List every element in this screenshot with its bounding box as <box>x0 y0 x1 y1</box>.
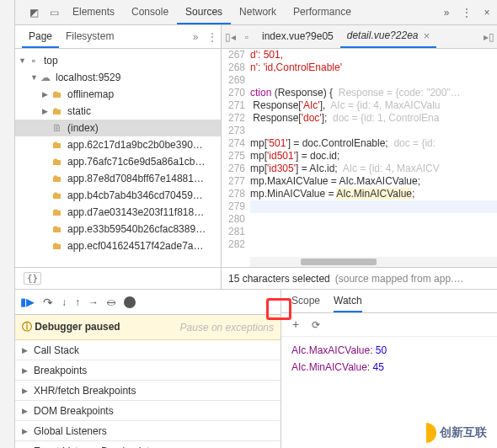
section-label: Global Listeners <box>34 425 107 437</box>
paused-label: Debugger paused <box>35 321 120 333</box>
tree-label: app.ecf041624517f42ade7a… <box>67 240 203 252</box>
section-label: Breakpoints <box>34 365 87 376</box>
section-xhr-breakpoints[interactable]: ▶XHR/fetch Breakpoints <box>15 381 281 401</box>
tree-label: localhost:9529 <box>56 72 120 83</box>
tree-label: offlinemap <box>67 88 114 100</box>
section-label: Call Stack <box>34 344 79 356</box>
tree-label: app.62c17d1a9bc2b0be390… <box>67 139 203 151</box>
navigator-tabs: Page Filesystem » ⋮ <box>15 25 221 49</box>
tree-label: app.b4cb7ab4b346cd70459… <box>67 189 203 201</box>
step-button[interactable]: → <box>88 296 99 308</box>
editor-tabs: ▯◂ ▫ index.vue?9e05 detail.vue?22ea× ▸▯ <box>222 25 497 49</box>
tree-folder-static[interactable]: ▶🖿static <box>15 103 221 120</box>
scope-watch-tabs: Scope Watch <box>281 290 497 313</box>
section-global-listeners[interactable]: ▶Global Listeners <box>15 421 281 441</box>
refresh-watch-button[interactable]: ⟳ <box>308 317 323 333</box>
tree-file[interactable]: 🖿app.76afc71c6e9d5a86a1cb… <box>15 153 221 170</box>
debugger-controls: ▮▶ ↷ ↓ ↑ → ⬭ <box>15 290 281 315</box>
close-tab-icon[interactable]: × <box>424 24 430 47</box>
section-call-stack[interactable]: ▶Call Stack <box>15 340 281 360</box>
watch-key: AIc.MaxAICValue <box>291 344 370 356</box>
section-label: XHR/fetch Breakpoints <box>34 385 136 397</box>
navigator-tab-filesystem[interactable]: Filesystem <box>59 25 120 48</box>
docked-gutter <box>0 0 15 448</box>
devtools-tab-strip: ◩ ▭ Elements Console Sources Network Per… <box>15 0 497 25</box>
tab-network[interactable]: Network <box>231 0 285 24</box>
step-out-button[interactable]: ↑ <box>75 296 80 308</box>
deactivate-breakpoints-button[interactable]: ⬭ <box>107 296 115 308</box>
tree-file[interactable]: 🖿app.62c17d1a9bc2b0be390… <box>15 136 221 153</box>
section-label: DOM Breakpoints <box>34 405 114 417</box>
sourcemap-info: (source mapped from app.… <box>335 273 464 285</box>
watch-item[interactable]: AIc.MaxAICValue: 50 <box>291 342 487 359</box>
file-tab-detail[interactable]: detail.vue?22ea× <box>340 25 436 48</box>
watch-key: AIc.MinAICValue <box>291 361 367 373</box>
more-editor-tabs-icon[interactable]: ▸▯ <box>480 31 497 43</box>
tree-label: app.87e8d7084bff67e14881… <box>67 173 204 184</box>
tree-file[interactable]: 🖿app.e33b59540b26cfac8389… <box>15 221 221 237</box>
tab-scope[interactable]: Scope <box>291 290 320 312</box>
tree-label: app.76afc71c6e9d5a86a1cb… <box>67 156 205 168</box>
tree-top[interactable]: ▼▫top <box>15 52 221 69</box>
h-scrollbar[interactable] <box>250 257 497 267</box>
watch-value: 50 <box>376 344 387 356</box>
tree-label: top <box>44 55 58 67</box>
tab-sources[interactable]: Sources <box>177 0 231 24</box>
tab-elements[interactable]: Elements <box>64 0 123 24</box>
tree-folder-offlinemap[interactable]: ▶🖿offlinemap <box>15 86 221 103</box>
navigator-tab-page[interactable]: Page <box>22 25 59 48</box>
pause-on-exceptions-button[interactable] <box>124 296 136 308</box>
nav-menu-icon[interactable]: ⋮ <box>206 31 218 43</box>
section-breakpoints[interactable]: ▶Breakpoints <box>15 360 281 381</box>
file-tab-index[interactable]: index.vue?9e05 <box>255 25 340 48</box>
history-fwd-icon[interactable]: ▫ <box>238 31 255 43</box>
section-dom-breakpoints[interactable]: ▶DOM Breakpoints <box>15 401 281 421</box>
debug-accordion: ▶Call Stack ▶Breakpoints ▶XHR/fetch Brea… <box>15 340 281 448</box>
history-back-icon[interactable]: ▯◂ <box>222 31 238 43</box>
more-nav-icon[interactable]: » <box>190 31 201 43</box>
watch-item[interactable]: AIc.MinAICValue: 45 <box>291 359 487 376</box>
step-over-button[interactable]: ↷ <box>43 296 53 309</box>
tree-label: app.d7ae03143e203f11f818… <box>67 206 204 218</box>
tree-label: app.e33b59540b26cfac8389… <box>67 223 206 235</box>
debugger-status-bar: ⓘ Debugger paused Pause on exceptions <box>15 315 281 340</box>
tree-label: static <box>67 105 91 117</box>
settings-menu-icon[interactable]: ⋮ <box>460 7 473 19</box>
selection-info: 15 characters selected <box>228 273 330 285</box>
tree-file-index[interactable]: 🗎(index) <box>15 120 221 136</box>
tree-label: (index) <box>67 122 99 134</box>
tab-label: detail.vue?22ea <box>347 24 419 47</box>
close-devtools-icon[interactable]: × <box>480 7 494 19</box>
tab-watch[interactable]: Watch <box>334 290 362 312</box>
device-toggle-icon[interactable]: ▭ <box>47 7 61 19</box>
step-into-button[interactable]: ↓ <box>61 296 67 308</box>
brand-text: 创新互联 <box>440 425 487 440</box>
inspect-icon[interactable]: ◩ <box>27 7 40 19</box>
tab-performance[interactable]: Performance <box>285 0 360 24</box>
more-tabs-icon[interactable]: » <box>440 7 453 19</box>
code-editor[interactable]: 267d': 501,268n': 'id,ControlEnable'2692… <box>222 49 497 267</box>
add-watch-button[interactable]: + <box>288 317 303 333</box>
tab-console[interactable]: Console <box>123 0 177 24</box>
tree-file[interactable]: 🖿app.b4cb7ab4b346cd70459… <box>15 187 221 204</box>
file-tree[interactable]: ▼▫top ▼☁localhost:9529 ▶🖿offlinemap ▶🖿st… <box>15 49 221 267</box>
tree-file[interactable]: 🖿app.d7ae03143e203f11f818… <box>15 204 221 221</box>
resume-button[interactable]: ▮▶ <box>20 296 35 308</box>
tree-file[interactable]: 🖿app.87e8d7084bff67e14881… <box>15 170 221 187</box>
section-event-listener-breakpoints[interactable]: ▶Event Listener Breakpoints <box>15 441 281 448</box>
status-bar: 15 characters selected (source mapped fr… <box>222 268 497 289</box>
tree-file[interactable]: 🖿app.ecf041624517f42ade7a… <box>15 237 221 254</box>
tree-origin[interactable]: ▼☁localhost:9529 <box>15 69 221 86</box>
watch-value: 45 <box>372 361 383 373</box>
scrollbar-thumb[interactable] <box>301 259 377 265</box>
watch-toolbar: + ⟳ <box>281 313 497 337</box>
watermark-logo: 创新互联 <box>413 421 490 445</box>
pretty-print-button[interactable]: {} <box>24 272 41 285</box>
tab-label: index.vue?9e05 <box>262 25 334 48</box>
pause-hint: Pause on exceptions <box>180 322 274 333</box>
section-label: Event Listener Breakpoints <box>34 445 154 449</box>
